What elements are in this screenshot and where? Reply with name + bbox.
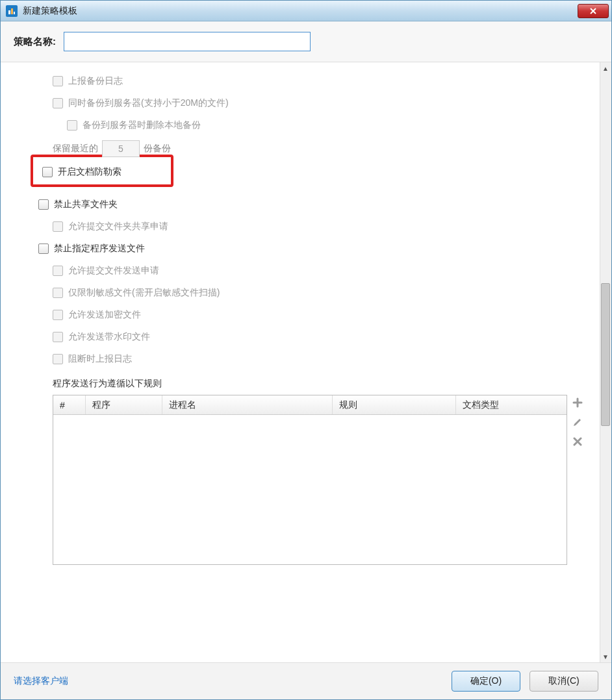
scrollbar-thumb[interactable] — [601, 283, 610, 426]
svg-rect-2 — [14, 12, 15, 14]
option-report-on-block[interactable]: 阻断时上报日志 — [53, 348, 601, 370]
checkbox-icon — [53, 332, 63, 342]
option-label: 禁止共享文件夹 — [54, 199, 118, 210]
keep-suffix: 份备份 — [144, 143, 171, 155]
dialog-window: 新建策略模板 策略名称: 上报备份日志 同时备份到服务器(支持小于20M的文件)… — [0, 0, 612, 700]
scroll-down-icon[interactable]: ▼ — [600, 651, 611, 662]
option-label: 允许提交文件夹共享申请 — [68, 221, 168, 232]
rules-section-label: 程序发送行为遵循以下规则 — [53, 370, 601, 395]
close-button[interactable] — [578, 4, 609, 18]
header-bar: 策略名称: — [1, 21, 611, 62]
app-icon — [6, 5, 18, 17]
table-tools — [571, 395, 584, 565]
checkbox-icon — [53, 98, 63, 108]
option-label: 允许发送加密文件 — [68, 309, 141, 321]
option-enable-doc-anti-ransom[interactable]: 开启文档防勒索 — [42, 161, 166, 178]
keep-count-input[interactable] — [102, 140, 140, 157]
col-rule[interactable]: 规则 — [333, 395, 456, 414]
col-process[interactable]: 进程名 — [162, 395, 333, 414]
option-report-backup-log[interactable]: 上报备份日志 — [53, 70, 601, 92]
window-title: 新建策略模板 — [23, 5, 578, 17]
scroll-content: 上报备份日志 同时备份到服务器(支持小于20M的文件) 备份到服务器时删除本地备… — [1, 62, 611, 662]
col-index[interactable]: # — [53, 395, 86, 414]
option-backup-to-server[interactable]: 同时备份到服务器(支持小于20M的文件) — [53, 92, 601, 114]
strategy-name-input[interactable] — [64, 32, 311, 51]
scroll-up-icon[interactable]: ▲ — [600, 62, 611, 74]
select-client-link[interactable]: 请选择客户端 — [14, 675, 68, 687]
checkbox-icon — [38, 244, 49, 254]
option-forbid-program-send[interactable]: 禁止指定程序发送文件 — [38, 238, 601, 260]
option-label: 允许发送带水印文件 — [68, 331, 150, 343]
ok-button[interactable]: 确定(O) — [452, 671, 520, 692]
option-label: 备份到服务器时删除本地备份 — [83, 119, 201, 131]
option-label: 允许提交文件发送申请 — [68, 265, 159, 277]
edit-icon[interactable] — [571, 416, 584, 429]
col-doctype[interactable]: 文档类型 — [456, 395, 567, 414]
table-header: # 程序 进程名 规则 文档类型 — [53, 395, 567, 415]
cancel-button[interactable]: 取消(C) — [529, 671, 598, 692]
checkbox-icon — [53, 354, 63, 364]
svg-rect-1 — [11, 8, 13, 14]
checkbox-icon — [67, 120, 77, 131]
titlebar: 新建策略模板 — [1, 1, 611, 21]
checkbox-icon — [53, 266, 63, 276]
option-allow-share-request[interactable]: 允许提交文件夹共享申请 — [53, 216, 601, 238]
add-icon[interactable] — [571, 396, 584, 409]
option-label: 阻断时上报日志 — [68, 353, 132, 365]
option-label: 上报备份日志 — [68, 75, 123, 87]
content-area: 上报备份日志 同时备份到服务器(支持小于20M的文件) 备份到服务器时删除本地备… — [1, 62, 611, 662]
checkbox-icon — [53, 76, 63, 86]
option-allow-send-encrypted[interactable]: 允许发送加密文件 — [53, 304, 601, 326]
option-forbid-share-folder[interactable]: 禁止共享文件夹 — [38, 194, 601, 216]
strategy-name-label: 策略名称: — [14, 36, 56, 48]
option-allow-send-watermark[interactable]: 允许发送带水印文件 — [53, 326, 601, 348]
footer: 请选择客户端 确定(O) 取消(C) — [1, 662, 611, 699]
option-label: 禁止指定程序发送文件 — [54, 243, 145, 255]
checkbox-icon — [53, 221, 63, 232]
option-label: 仅限制敏感文件(需开启敏感文件扫描) — [68, 287, 220, 299]
svg-rect-0 — [8, 10, 10, 14]
checkbox-icon — [53, 310, 63, 320]
option-label: 开启文档防勒索 — [58, 166, 121, 178]
rules-table-wrap: # 程序 进程名 规则 文档类型 — [53, 395, 584, 565]
delete-icon[interactable] — [571, 435, 584, 448]
option-restrict-sensitive-only[interactable]: 仅限制敏感文件(需开启敏感文件扫描) — [53, 282, 601, 304]
col-program[interactable]: 程序 — [86, 395, 162, 414]
checkbox-icon — [42, 167, 53, 177]
option-delete-local-on-server-backup[interactable]: 备份到服务器时删除本地备份 — [67, 114, 601, 136]
option-label: 同时备份到服务器(支持小于20M的文件) — [68, 97, 229, 109]
option-allow-send-request[interactable]: 允许提交文件发送申请 — [53, 260, 601, 282]
highlight-enable-anti-ransom: 开启文档防勒索 — [31, 155, 173, 187]
scrollbar[interactable]: ▲ ▼ — [600, 62, 611, 662]
checkbox-icon — [38, 199, 49, 210]
checkbox-icon — [53, 288, 63, 298]
keep-prefix: 保留最近的 — [53, 143, 98, 155]
rules-table: # 程序 进程名 规则 文档类型 — [53, 395, 567, 565]
